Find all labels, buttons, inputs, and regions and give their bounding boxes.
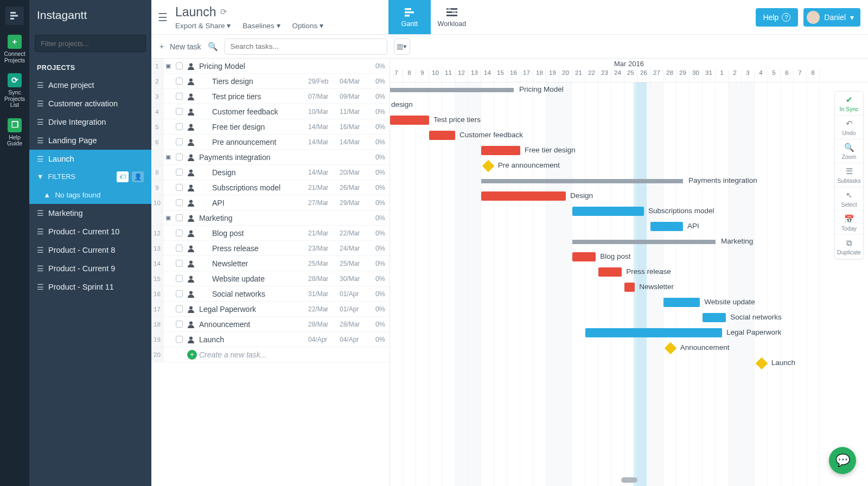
- search-icon[interactable]: 🔍: [208, 42, 218, 52]
- person-icon[interactable]: 👤: [132, 171, 144, 182]
- create-task-placeholder[interactable]: Create a new task...: [197, 350, 390, 359]
- task-row[interactable]: 13Press release23/Mar24/Mar0%: [151, 241, 390, 256]
- task-checkbox[interactable]: [173, 336, 185, 343]
- assignee-icon[interactable]: [185, 108, 197, 116]
- rail-sync-projects[interactable]: ⟳ Sync Projects List: [4, 73, 25, 108]
- view-gantt[interactable]: Gantt: [388, 0, 431, 34]
- new-task-button[interactable]: ＋New task: [158, 42, 201, 52]
- gantt-tool-today[interactable]: 📅Today: [835, 211, 863, 235]
- assignee-icon[interactable]: [185, 305, 197, 313]
- view-workload[interactable]: Workload: [431, 0, 473, 34]
- task-row[interactable]: ▣Payments integration0%: [151, 150, 390, 165]
- sidebar-item-project[interactable]: ☰Acme project: [29, 76, 151, 94]
- task-checkbox[interactable]: [173, 184, 185, 191]
- assignee-icon[interactable]: [185, 78, 197, 85]
- sidebar-item-project[interactable]: ☰Product - Current 8: [29, 241, 151, 259]
- task-checkbox[interactable]: [173, 275, 185, 282]
- assignee-icon[interactable]: [185, 214, 197, 222]
- task-row[interactable]: 14Newsletter25/Mar25/Mar0%: [151, 256, 390, 271]
- gantt-tool-duplicate[interactable]: ⧉Duplicate: [835, 235, 863, 259]
- sidebar-item-project[interactable]: ☰Launch: [29, 150, 151, 168]
- assignee-icon[interactable]: [185, 123, 197, 131]
- task-row[interactable]: 5Free tier design14/Mar16/Mar0%: [151, 119, 390, 135]
- task-checkbox[interactable]: [173, 108, 185, 115]
- task-row[interactable]: 20+Create a new task...: [151, 347, 390, 362]
- task-row[interactable]: 4Customer feedback10/Mar11/Mar0%: [151, 104, 390, 119]
- assignee-icon[interactable]: [185, 169, 197, 176]
- gantt-tool-zoom[interactable]: 🔍Zoom: [835, 139, 863, 163]
- assignee-icon[interactable]: [185, 260, 197, 267]
- sidebar-item-project[interactable]: ☰Customer activation: [29, 94, 151, 113]
- gantt-tool-subtasks[interactable]: ☰Subtasks: [835, 163, 863, 187]
- gantt-tool-in-sync[interactable]: ✔In Sync: [835, 92, 863, 116]
- task-row[interactable]: 3Test price tiers07/Mar09/Mar0%: [151, 89, 390, 104]
- help-button[interactable]: Help?: [756, 8, 799, 27]
- columns-button[interactable]: ▥▾: [394, 39, 410, 55]
- task-row[interactable]: 1▣Pricing Model0%: [151, 59, 390, 74]
- sidebar-item-project[interactable]: ☰Product - Current 9: [29, 259, 151, 278]
- task-checkbox[interactable]: [173, 93, 185, 100]
- assignee-icon[interactable]: [185, 62, 197, 70]
- user-menu[interactable]: Daniel ▾: [803, 8, 860, 27]
- task-bar[interactable]: [624, 283, 635, 292]
- task-bar[interactable]: [429, 131, 455, 140]
- task-checkbox[interactable]: [173, 214, 185, 221]
- task-checkbox[interactable]: [173, 260, 185, 267]
- rail-help-guide[interactable]: ❐ Help Guide: [7, 118, 22, 147]
- header-menu[interactable]: Baselines ▾: [242, 21, 280, 30]
- task-bar[interactable]: [703, 313, 726, 322]
- assignee-icon[interactable]: [185, 321, 197, 328]
- task-checkbox[interactable]: [173, 199, 185, 206]
- collapse-icon[interactable]: ▣: [163, 154, 173, 161]
- menu-toggle-icon[interactable]: ☰: [158, 11, 168, 24]
- gantt-tool-select[interactable]: ↖Select: [835, 187, 863, 211]
- task-checkbox[interactable]: [173, 229, 185, 236]
- add-icon[interactable]: +: [187, 350, 197, 360]
- task-bar[interactable]: [390, 116, 429, 125]
- assignee-icon[interactable]: [185, 93, 197, 100]
- task-bar[interactable]: [585, 328, 722, 337]
- horizontal-scrollbar[interactable]: [621, 477, 637, 483]
- tag-icon[interactable]: 🏷: [117, 171, 129, 182]
- sidebar-filters[interactable]: ▼FILTERS🏷👤: [29, 168, 151, 186]
- collapse-icon[interactable]: ▣: [163, 62, 173, 69]
- gantt-tool-undo[interactable]: ↶Undo: [835, 116, 863, 139]
- assignee-icon[interactable]: [185, 184, 197, 191]
- summary-bar[interactable]: [390, 88, 514, 92]
- sidebar-item-project[interactable]: ☰Marketing: [29, 204, 151, 222]
- task-row[interactable]: 18Announcement28/Mar28/Mar0%: [151, 317, 390, 332]
- collapse-icon[interactable]: ▣: [163, 214, 173, 221]
- task-checkbox[interactable]: [173, 138, 185, 145]
- task-checkbox[interactable]: [173, 245, 185, 252]
- task-checkbox[interactable]: [173, 305, 185, 312]
- search-tasks-input[interactable]: [225, 39, 387, 55]
- refresh-icon[interactable]: ⟳: [220, 7, 227, 17]
- task-row[interactable]: 8Design14/Mar20/Mar0%: [151, 165, 390, 180]
- sidebar-item-project[interactable]: ☰Product - Current 10: [29, 222, 151, 241]
- header-menu[interactable]: Options ▾: [292, 21, 323, 30]
- sidebar-item-project[interactable]: ☰Drive Integration: [29, 113, 151, 131]
- task-checkbox[interactable]: [173, 321, 185, 328]
- task-row[interactable]: 15Website update28/Mar30/Mar0%: [151, 271, 390, 286]
- task-row[interactable]: 9Subscriptions model21/Mar26/Mar0%: [151, 180, 390, 195]
- task-bar[interactable]: [663, 298, 700, 307]
- milestone[interactable]: [755, 357, 768, 370]
- task-checkbox[interactable]: [173, 123, 185, 130]
- sidebar-item-project[interactable]: ☰Landing Page: [29, 131, 151, 150]
- header-menu[interactable]: Export & Share ▾: [175, 21, 231, 30]
- sidebar-item-project[interactable]: ☰Product - Sprint 11: [29, 278, 151, 296]
- assignee-icon[interactable]: [185, 138, 197, 146]
- assignee-icon[interactable]: [185, 336, 197, 343]
- task-row[interactable]: 16Social networks31/Mar01/Apr0%: [151, 286, 390, 302]
- task-row[interactable]: 17Legal Paperwork22/Mar01/Apr0%: [151, 302, 390, 317]
- task-checkbox[interactable]: [173, 169, 185, 176]
- task-row[interactable]: 6Pre announcement14/Mar14/Mar0%: [151, 135, 390, 150]
- summary-bar[interactable]: [572, 240, 716, 244]
- assignee-icon[interactable]: [185, 290, 197, 298]
- task-bar[interactable]: [572, 207, 644, 216]
- milestone[interactable]: [664, 342, 676, 355]
- task-checkbox[interactable]: [173, 78, 185, 85]
- assignee-icon[interactable]: [185, 154, 197, 161]
- task-row[interactable]: 19Launch04/Apr04/Apr0%: [151, 332, 390, 347]
- help-fab[interactable]: 💬: [829, 447, 856, 474]
